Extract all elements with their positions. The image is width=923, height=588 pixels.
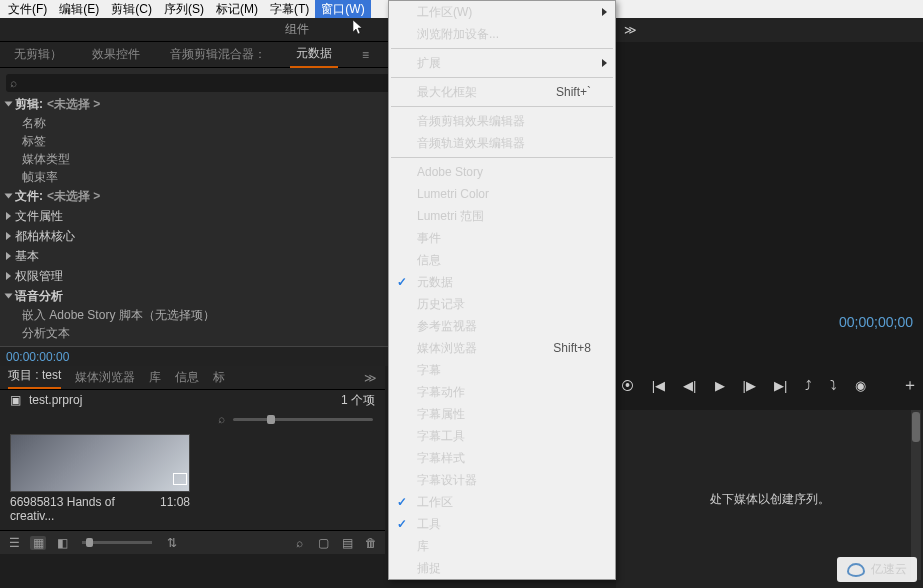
bin-icon[interactable]: ▣ — [10, 393, 21, 407]
menu-item[interactable]: 字幕设计器 — [389, 469, 615, 491]
menu-item[interactable]: ✓工作区 — [389, 491, 615, 513]
tree-label[interactable]: 基本 — [15, 248, 39, 265]
menu-item[interactable]: 事件 — [389, 227, 615, 249]
play-icon[interactable]: ▶ — [715, 378, 725, 393]
prev-mark-icon[interactable]: ⦿ — [621, 378, 634, 393]
watermark: 亿速云 — [837, 557, 917, 582]
panel-tab[interactable]: 音频剪辑混合器： — [164, 42, 272, 67]
menu-item[interactable]: 字幕 — [389, 359, 615, 381]
panel-tab[interactable]: 无剪辑） — [8, 42, 68, 67]
shortcut: Shift+8 — [553, 341, 591, 355]
sort-icon[interactable]: ⇅ — [164, 536, 180, 550]
project-tab[interactable]: 标 — [213, 369, 225, 386]
clip-header-label: 剪辑: — [15, 96, 43, 113]
menu-4[interactable]: 标记(M) — [210, 0, 264, 19]
freeform-icon[interactable]: ◧ — [54, 536, 70, 550]
export-frame-icon[interactable]: ◉ — [855, 378, 866, 393]
trash-icon[interactable]: 🗑 — [363, 536, 379, 550]
clip-value: <未选择 > — [47, 96, 100, 113]
timecode-left: 00:00:00:00 — [6, 350, 69, 364]
menu-item-label: 音频轨道效果编辑器 — [417, 135, 525, 152]
tree-label[interactable]: 都柏林核心 — [15, 228, 75, 245]
panel-tab[interactable]: 效果控件 — [86, 42, 146, 67]
panel-menu-icon[interactable]: ≡ — [356, 44, 375, 66]
menu-item[interactable]: Lumetri Color — [389, 183, 615, 205]
menu-1[interactable]: 编辑(E) — [53, 0, 105, 19]
menu-item-label: 字幕工具 — [417, 428, 465, 445]
menu-item[interactable]: 扩展 — [389, 52, 615, 74]
menu-item[interactable]: 字幕属性 — [389, 403, 615, 425]
list-view-icon[interactable]: ☰ — [6, 536, 22, 550]
zoom-slider[interactable] — [82, 541, 152, 544]
menu-item-label: 捕捉 — [417, 560, 441, 577]
menu-item-label: 工作区(W) — [417, 4, 472, 21]
menu-5[interactable]: 字幕(T) — [264, 0, 315, 19]
extract-icon[interactable]: ⤵ — [830, 378, 837, 393]
assembly-label: 组件 — [285, 21, 309, 38]
chevron-down-icon — [5, 102, 13, 107]
menu-item-label: 媒体浏览器 — [417, 340, 477, 357]
cursor-icon — [353, 20, 365, 36]
submenu-arrow-icon — [602, 59, 607, 67]
watermark-logo-icon — [847, 563, 865, 577]
menu-item[interactable]: 字幕样式 — [389, 447, 615, 469]
menu-item[interactable]: 历史记录 — [389, 293, 615, 315]
menu-item[interactable]: 字幕动作 — [389, 381, 615, 403]
goto-in-icon[interactable]: |◀ — [652, 378, 665, 393]
menu-item-label: Lumetri Color — [417, 187, 489, 201]
menu-item[interactable]: 库 — [389, 535, 615, 557]
project-footer: ☰ ▦ ◧ ⇅ ⌕ ▢ ▤ 🗑 — [0, 530, 385, 554]
clip-name: 66985813 Hands of creativ... — [10, 495, 160, 523]
menu-item-label: 最大化框架 — [417, 84, 477, 101]
menu-0[interactable]: 文件(F) — [2, 0, 53, 19]
project-tabs: 项目 : test媒体浏览器库信息标≫ — [0, 366, 385, 390]
chevron-right-icon — [6, 252, 11, 260]
search-icon[interactable]: ⌕ — [218, 412, 225, 426]
menu-2[interactable]: 剪辑(C) — [105, 0, 158, 19]
overflow-icon[interactable]: ≫ — [624, 23, 637, 37]
button-editor-icon[interactable]: ＋ — [902, 375, 918, 396]
find-icon[interactable]: ⌕ — [291, 536, 307, 550]
menu-item[interactable]: ✓工具 — [389, 513, 615, 535]
menu-item[interactable]: 信息 — [389, 249, 615, 271]
lift-icon[interactable]: ⤴ — [805, 378, 812, 393]
project-tab[interactable]: 库 — [149, 369, 161, 386]
vertical-scrollbar[interactable] — [911, 410, 921, 580]
menu-item-label: 历史记录 — [417, 296, 465, 313]
thumb-size-slider[interactable] — [233, 418, 373, 421]
menu-6[interactable]: 窗口(W) — [315, 0, 370, 19]
menu-item[interactable]: 参考监视器 — [389, 315, 615, 337]
thumb-size-slider-row: ⌕ — [0, 410, 385, 428]
menu-item[interactable]: 最大化框架Shift+` — [389, 81, 615, 103]
clip-thumbnail[interactable] — [10, 434, 190, 492]
file-header-label: 文件: — [15, 188, 43, 205]
menu-item-label: 参考监视器 — [417, 318, 477, 335]
goto-out-icon[interactable]: ▶| — [774, 378, 787, 393]
menu-item[interactable]: 工作区(W) — [389, 1, 615, 23]
menu-item[interactable]: ✓元数据 — [389, 271, 615, 293]
tree-label[interactable]: 文件属性 — [15, 208, 63, 225]
overflow-icon[interactable]: ≫ — [364, 371, 377, 385]
menu-3[interactable]: 序列(S) — [158, 0, 210, 19]
program-monitor-area: ≫ 00;00;00;00 ⦿ |◀ ◀| ▶ |▶ ▶| ⤴ ⤵ ◉ ＋ 处下… — [616, 18, 923, 588]
menu-item[interactable]: 捕捉 — [389, 557, 615, 579]
chevron-right-icon — [6, 232, 11, 240]
new-item-icon[interactable]: ▤ — [339, 536, 355, 550]
project-tab[interactable]: 媒体浏览器 — [75, 369, 135, 386]
chevron-down-icon — [5, 194, 13, 199]
menu-item[interactable]: Adobe Story — [389, 161, 615, 183]
tree-label[interactable]: 权限管理 — [15, 268, 63, 285]
menu-item[interactable]: 字幕工具 — [389, 425, 615, 447]
step-back-icon[interactable]: ◀| — [683, 378, 696, 393]
panel-tab[interactable]: 元数据 — [290, 41, 338, 68]
menu-item[interactable]: 媒体浏览器Shift+8 — [389, 337, 615, 359]
step-fwd-icon[interactable]: |▶ — [743, 378, 756, 393]
grid-view-icon[interactable]: ▦ — [30, 536, 46, 550]
project-tab[interactable]: 信息 — [175, 369, 199, 386]
new-bin-icon[interactable]: ▢ — [315, 536, 331, 550]
project-tab[interactable]: 项目 : test — [8, 367, 61, 389]
project-item[interactable]: 66985813 Hands of creativ... 11:08 — [10, 434, 190, 523]
menu-item[interactable]: Lumetri 范围 — [389, 205, 615, 227]
menu-item-label: 工作区 — [417, 494, 453, 511]
menu-item[interactable]: 浏览附加设备... — [389, 23, 615, 45]
